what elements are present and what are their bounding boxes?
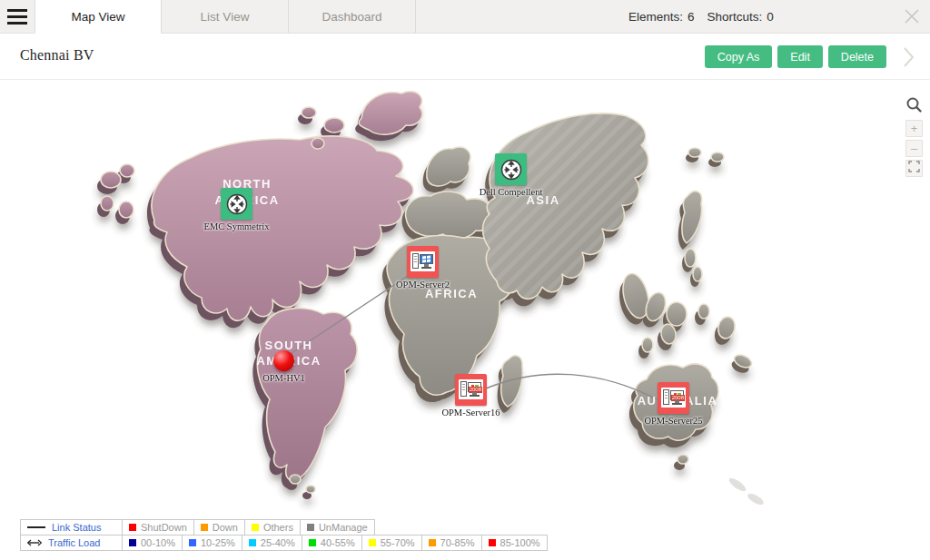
zoom-out-button[interactable]: – bbox=[905, 140, 923, 157]
windows-server-icon bbox=[407, 246, 439, 278]
map-canvas[interactable]: NORTH AMERICA ASIA AFRICA SOUTH AMERICA … bbox=[0, 80, 930, 560]
chevron-right-icon[interactable] bbox=[899, 45, 917, 69]
search-icon[interactable] bbox=[905, 96, 923, 113]
map-zoom-controls: + – bbox=[905, 96, 923, 177]
copy-as-button[interactable]: Copy As bbox=[705, 45, 773, 68]
link-line-icon bbox=[27, 526, 45, 528]
fit-screen-icon bbox=[908, 161, 920, 172]
device-opm-server25[interactable]: 2008 OPM-Server25 bbox=[658, 382, 689, 414]
shortcuts-count: Shortcuts: 0 bbox=[707, 10, 774, 24]
legend-item: 40-55% bbox=[302, 535, 362, 551]
page-title: Chennai BV bbox=[20, 47, 94, 64]
map-legend: Link Status ShutDown Down Others UnManag… bbox=[20, 519, 548, 551]
legend-item: Others bbox=[244, 519, 301, 535]
storage-icon bbox=[221, 188, 252, 220]
legend-link-status-row: Link Status ShutDown Down Others UnManag… bbox=[20, 519, 548, 535]
device-label: OPM-HV1 bbox=[262, 373, 305, 383]
device-opm-hv1[interactable]: OPM-HV1 bbox=[273, 350, 294, 371]
fit-screen-button[interactable] bbox=[905, 160, 923, 177]
device-label: EMC Symmetrix bbox=[203, 221, 269, 231]
legend-item: 55-70% bbox=[361, 535, 422, 551]
legend-item: 25-40% bbox=[242, 535, 302, 551]
storage-icon bbox=[495, 153, 527, 185]
world-map: NORTH AMERICA ASIA AFRICA SOUTH AMERICA … bbox=[0, 80, 930, 560]
close-icon[interactable] bbox=[903, 7, 921, 25]
tab-dashboard[interactable]: Dashboard bbox=[289, 0, 416, 33]
device-label: OPM-Server25 bbox=[644, 416, 702, 426]
device-label: OPM-Server2 bbox=[396, 280, 450, 290]
edit-button[interactable]: Edit bbox=[777, 45, 823, 68]
map-stats: Elements: 6 Shortcuts: 0 bbox=[628, 0, 774, 34]
legend-item: 00-10% bbox=[122, 535, 183, 551]
legend-item: UnManage bbox=[300, 519, 375, 535]
tab-map-view[interactable]: Map View bbox=[35, 0, 162, 34]
legend-row-label: Link Status bbox=[52, 522, 101, 533]
legend-row-label: Traffic Load bbox=[48, 537, 100, 548]
top-tab-bar: Map View List View Dashboard Elements: 6… bbox=[0, 0, 930, 34]
zoom-in-button[interactable]: + bbox=[905, 120, 923, 137]
legend-item: 70-85% bbox=[421, 535, 482, 551]
windows-2008-server-icon: 2008 bbox=[455, 374, 487, 406]
legend-item: 10-25% bbox=[182, 535, 242, 551]
elements-count: Elements: 6 bbox=[628, 10, 695, 24]
device-label: Dell Compellent bbox=[480, 187, 543, 197]
legend-item: 85-100% bbox=[481, 535, 548, 551]
delete-button[interactable]: Delete bbox=[828, 45, 886, 68]
device-emc-symmetrix[interactable]: EMC Symmetrix bbox=[221, 188, 252, 220]
tab-list-view[interactable]: List View bbox=[162, 0, 289, 33]
windows-2008-server-icon: 2008 bbox=[658, 382, 689, 414]
device-dell-compellent[interactable]: Dell Compellent bbox=[495, 153, 527, 185]
device-label: OPM-Server16 bbox=[441, 408, 500, 418]
action-buttons: Copy As Edit Delete bbox=[705, 45, 886, 68]
traffic-arrow-icon bbox=[27, 539, 42, 546]
device-opm-server16[interactable]: 2008 OPM-Server16 bbox=[455, 374, 487, 406]
device-opm-server2[interactable]: OPM-Server2 bbox=[407, 246, 439, 278]
legend-traffic-load-row: Traffic Load 00-10% 10-25% 25-40% 40-55%… bbox=[20, 535, 548, 551]
virtual-host-sphere-icon bbox=[273, 350, 294, 371]
legend-item: ShutDown bbox=[122, 519, 194, 535]
hamburger-menu-icon[interactable] bbox=[0, 0, 35, 33]
legend-item: Down bbox=[193, 519, 245, 535]
map-toolbar: Chennai BV Copy As Edit Delete bbox=[0, 34, 930, 80]
